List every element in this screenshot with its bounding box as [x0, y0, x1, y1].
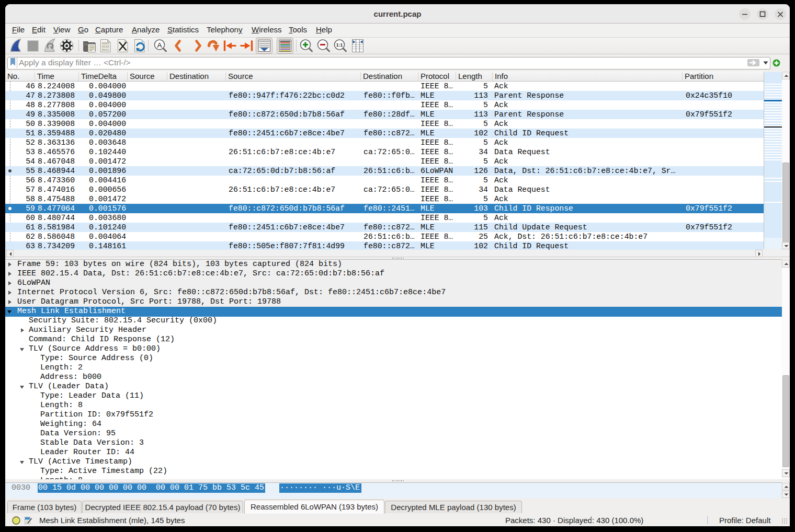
svg-text:1:1: 1:1	[336, 42, 343, 48]
svg-text:0111: 0111	[102, 48, 109, 52]
svg-text:A: A	[157, 41, 162, 49]
